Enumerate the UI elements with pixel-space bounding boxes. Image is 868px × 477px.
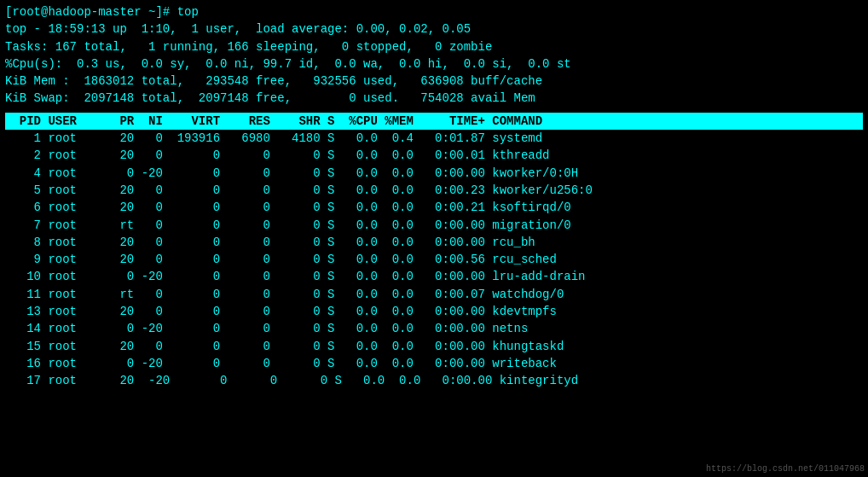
table-row: 1 root 20 0 193916 6980 4180 S 0.0 0.4 0… bbox=[5, 130, 863, 147]
table-row: 4 root 0 -20 0 0 0 S 0.0 0.0 0:00.00 kwo… bbox=[5, 165, 863, 182]
table-row: 9 root 20 0 0 0 0 S 0.0 0.0 0:00.56 rcu_… bbox=[5, 251, 863, 268]
watermark: https://blog.csdn.net/011047968 bbox=[706, 464, 865, 474]
table-row: 6 root 20 0 0 0 0 S 0.0 0.0 0:00.21 ksof… bbox=[5, 199, 863, 216]
table-row: 5 root 20 0 0 0 0 S 0.0 0.0 0:00.23 kwor… bbox=[5, 182, 863, 199]
terminal: [root@hadoop-master ~]# top top - 18:59:… bbox=[0, 0, 868, 477]
table-row: 17 root 20 -20 0 0 0 S 0.0 0.0 0:00.00 k… bbox=[5, 372, 863, 389]
table-row: 11 root rt 0 0 0 0 S 0.0 0.0 0:00.07 wat… bbox=[5, 286, 863, 303]
table-row: 2 root 20 0 0 0 0 S 0.0 0.0 0:00.01 kthr… bbox=[5, 147, 863, 164]
table-row: 7 root rt 0 0 0 0 S 0.0 0.0 0:00.00 migr… bbox=[5, 217, 863, 234]
top-status-line: top - 18:59:13 up 1:10, 1 user, load ave… bbox=[5, 20, 863, 38]
table-row: 10 root 0 -20 0 0 0 S 0.0 0.0 0:00.00 lr… bbox=[5, 268, 863, 285]
tasks-line: Tasks: 167 total, 1 running, 166 sleepin… bbox=[5, 38, 863, 55]
table-header: PID USER PR NI VIRT RES SHR S %CPU %MEM … bbox=[5, 113, 863, 130]
cpu-line: %Cpu(s): 0.3 us, 0.0 sy, 0.0 ni, 99.7 id… bbox=[5, 55, 863, 73]
table-row: 15 root 20 0 0 0 0 S 0.0 0.0 0:00.00 khu… bbox=[5, 338, 863, 355]
table-row: 13 root 20 0 0 0 0 S 0.0 0.0 0:00.00 kde… bbox=[5, 303, 863, 320]
table-row: 16 root 0 -20 0 0 0 S 0.0 0.0 0:00.00 wr… bbox=[5, 355, 863, 372]
prompt-line: [root@hadoop-master ~]# top bbox=[5, 3, 863, 20]
table-row: 8 root 20 0 0 0 0 S 0.0 0.0 0:00.00 rcu_… bbox=[5, 234, 863, 251]
table-row: 14 root 0 -20 0 0 0 S 0.0 0.0 0:00.00 ne… bbox=[5, 320, 863, 337]
swap-line: KiB Swap: 2097148 total, 2097148 free, 0… bbox=[5, 90, 863, 107]
mem-line: KiB Mem : 1863012 total, 293548 free, 93… bbox=[5, 73, 863, 90]
